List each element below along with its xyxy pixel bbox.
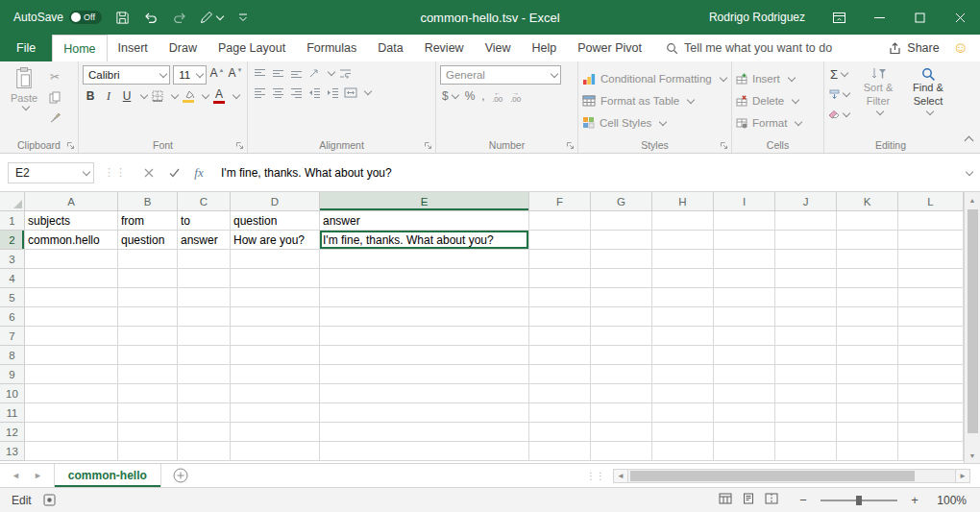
font-size-select[interactable]: 11 bbox=[173, 65, 207, 85]
cell-A13[interactable] bbox=[25, 442, 118, 461]
cell-H8[interactable] bbox=[652, 346, 714, 365]
row-header-5[interactable]: 5 bbox=[0, 288, 25, 307]
percent-style-button[interactable]: % bbox=[463, 89, 478, 103]
cell-H1[interactable] bbox=[652, 211, 714, 231]
format-painter-button[interactable] bbox=[47, 110, 62, 125]
cell-K6[interactable] bbox=[837, 307, 898, 327]
row-header-2[interactable]: 2 bbox=[0, 231, 25, 250]
cell-A4[interactable] bbox=[25, 269, 118, 288]
tab-home[interactable]: Home bbox=[52, 35, 107, 61]
close-button[interactable] bbox=[940, 0, 980, 35]
cell-L8[interactable] bbox=[898, 346, 964, 365]
clipboard-dialog-launcher[interactable] bbox=[66, 141, 75, 150]
cell-E10[interactable] bbox=[320, 384, 529, 403]
name-box[interactable]: E2 bbox=[8, 162, 94, 183]
formula-input[interactable]: I'm fine, thanks. What about you? bbox=[211, 166, 955, 180]
new-sheet-button[interactable] bbox=[173, 464, 188, 487]
autosave-control[interactable]: AutoSave Off bbox=[13, 11, 102, 24]
cell-H2[interactable] bbox=[652, 231, 714, 250]
cell-C4[interactable] bbox=[178, 269, 231, 288]
cell-C8[interactable] bbox=[178, 346, 231, 365]
cell-H11[interactable] bbox=[652, 403, 714, 423]
vertical-scrollbar[interactable]: ▲ ▼ bbox=[964, 192, 980, 463]
cell-F2[interactable] bbox=[529, 231, 591, 250]
cell-L6[interactable] bbox=[898, 307, 964, 327]
cell-C7[interactable] bbox=[178, 327, 231, 346]
column-header-A[interactable]: A bbox=[25, 192, 118, 211]
cell-J1[interactable] bbox=[775, 211, 837, 231]
cell-B2[interactable]: question bbox=[118, 231, 178, 250]
cell-F10[interactable] bbox=[529, 384, 591, 403]
cell-G10[interactable] bbox=[591, 384, 652, 403]
cell-I5[interactable] bbox=[714, 288, 775, 307]
cell-H7[interactable] bbox=[652, 327, 714, 346]
cell-K12[interactable] bbox=[837, 423, 898, 442]
cell-L10[interactable] bbox=[898, 384, 964, 403]
save-button[interactable] bbox=[113, 5, 131, 30]
number-dialog-launcher[interactable] bbox=[566, 141, 575, 150]
cell-J2[interactable] bbox=[775, 231, 837, 250]
cell-K1[interactable] bbox=[837, 211, 898, 231]
cell-J5[interactable] bbox=[775, 288, 837, 307]
cell-B5[interactable] bbox=[118, 288, 178, 307]
cell-E2[interactable]: I'm fine, thanks. What about you? bbox=[320, 231, 529, 250]
cell-F7[interactable] bbox=[529, 327, 591, 346]
column-header-K[interactable]: K bbox=[837, 192, 898, 211]
formula-bar-drag-handle[interactable]: ⋮⋮ bbox=[104, 166, 127, 179]
cell-I13[interactable] bbox=[714, 442, 775, 461]
merge-center-dropdown-icon[interactable] bbox=[364, 87, 372, 95]
ribbon-display-options-button[interactable] bbox=[819, 0, 859, 35]
column-header-B[interactable]: B bbox=[118, 192, 178, 211]
cell-J4[interactable] bbox=[775, 269, 837, 288]
customize-qat-button[interactable] bbox=[234, 5, 252, 30]
paste-button[interactable]: Paste bbox=[4, 64, 44, 136]
top-align-button[interactable] bbox=[252, 65, 267, 81]
cell-A12[interactable] bbox=[25, 423, 118, 442]
cell-A11[interactable] bbox=[25, 403, 118, 423]
column-header-I[interactable]: I bbox=[714, 192, 775, 211]
cut-button[interactable]: ✂ bbox=[47, 69, 62, 85]
font-dialog-launcher[interactable] bbox=[235, 141, 244, 150]
column-header-H[interactable]: H bbox=[652, 192, 714, 211]
cell-G1[interactable] bbox=[591, 211, 652, 231]
cell-F4[interactable] bbox=[529, 269, 591, 288]
tab-view[interactable]: View bbox=[475, 35, 522, 61]
cell-H9[interactable] bbox=[652, 365, 714, 384]
zoom-slider[interactable] bbox=[821, 494, 897, 507]
merge-center-button[interactable] bbox=[343, 85, 358, 100]
delete-cells-button[interactable]: Delete bbox=[736, 91, 820, 110]
cell-A2[interactable]: common.hello bbox=[25, 231, 118, 250]
cell-B10[interactable] bbox=[118, 384, 178, 403]
cell-J13[interactable] bbox=[775, 442, 837, 461]
decrease-decimal-button[interactable]: →.00 bbox=[508, 88, 524, 104]
cell-E13[interactable] bbox=[320, 442, 529, 461]
pen-tools-button[interactable] bbox=[200, 5, 223, 30]
italic-button[interactable]: I bbox=[101, 88, 116, 104]
cell-D2[interactable]: How are you? bbox=[231, 231, 320, 250]
cell-L7[interactable] bbox=[898, 327, 964, 346]
align-right-button[interactable] bbox=[288, 85, 304, 100]
undo-button[interactable] bbox=[142, 5, 159, 30]
cell-E6[interactable] bbox=[320, 307, 529, 327]
cell-F1[interactable] bbox=[529, 211, 591, 231]
cell-K4[interactable] bbox=[837, 269, 898, 288]
alignment-dialog-launcher[interactable] bbox=[424, 141, 432, 150]
cell-D4[interactable] bbox=[231, 269, 320, 288]
cell-F6[interactable] bbox=[529, 307, 591, 327]
cell-D9[interactable] bbox=[231, 365, 320, 384]
cell-B9[interactable] bbox=[118, 365, 178, 384]
format-cells-button[interactable]: Format bbox=[736, 113, 820, 133]
horizontal-scroll-thumb[interactable] bbox=[630, 471, 915, 481]
column-header-E[interactable]: E bbox=[320, 192, 529, 211]
macro-record-button[interactable] bbox=[43, 494, 56, 506]
column-header-G[interactable]: G bbox=[591, 192, 652, 211]
row-header-3[interactable]: 3 bbox=[0, 250, 25, 269]
cell-I11[interactable] bbox=[714, 403, 775, 423]
cell-B8[interactable] bbox=[118, 346, 178, 365]
cell-H12[interactable] bbox=[652, 423, 714, 442]
cell-D13[interactable] bbox=[231, 442, 320, 461]
feedback-smiley-icon[interactable]: ☺ bbox=[953, 40, 968, 56]
column-header-J[interactable]: J bbox=[775, 192, 837, 211]
cell-D8[interactable] bbox=[231, 346, 320, 365]
cell-I7[interactable] bbox=[714, 327, 775, 346]
